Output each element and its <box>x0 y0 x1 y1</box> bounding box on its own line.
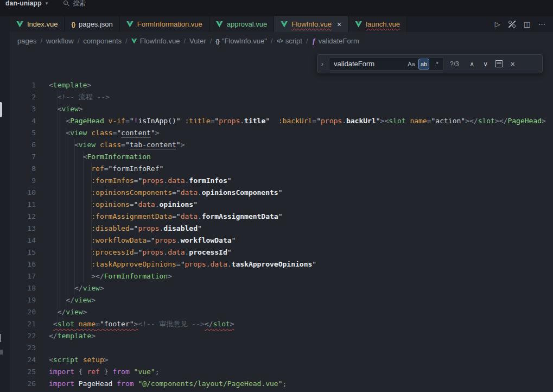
find-input[interactable]: validateForm Aa ab .* <box>329 58 444 71</box>
line-number: 16 <box>10 258 36 270</box>
left-sidebar-strip <box>0 16 10 392</box>
next-match-button[interactable]: ∨ <box>481 59 491 69</box>
tab-label: launch.vue <box>366 20 400 28</box>
breadcrumb-item-symbol-file[interactable]: {} "FlowInfo.vue" <box>215 37 267 45</box>
code-line[interactable]: 18 </view> <box>10 282 553 294</box>
code-line[interactable]: 20 </view> <box>10 306 553 318</box>
code-line[interactable]: 8 ref="formInfoRef" <box>10 163 553 175</box>
breadcrumb-label: pages <box>17 37 36 45</box>
code-line[interactable]: 5 <view class="content"> <box>10 127 553 139</box>
title-bar: dan-uniapp ▾ 搜索 <box>0 0 553 16</box>
code-symbol-icon: </> <box>276 38 282 44</box>
line-number: 14 <box>10 235 36 246</box>
method-symbol-icon: ƒ <box>312 37 316 45</box>
vue-file-icon <box>126 21 134 28</box>
code-line[interactable]: 12 :formAssignmentData="data.formAssignm… <box>10 211 553 223</box>
breadcrumb-item-file[interactable]: FlowInfo.vue <box>131 37 180 45</box>
code-line[interactable]: 17 ></FormInformation> <box>10 270 553 282</box>
global-search-button[interactable]: 搜索 <box>63 0 86 8</box>
code-line[interactable]: 7 <FormInformation <box>10 151 553 163</box>
breadcrumb-item-workflow[interactable]: workflow <box>46 37 74 45</box>
breadcrumb-label: FlowInfo.vue <box>140 37 180 45</box>
close-find-button[interactable]: × <box>508 59 518 69</box>
code-line[interactable]: 11 :opinions="data.opinions" <box>10 199 553 211</box>
project-menu-button[interactable]: dan-uniapp ▾ <box>2 0 51 7</box>
object-symbol-icon: {} <box>215 38 219 45</box>
code-line[interactable]: 25import { ref } from "vue"; <box>10 366 553 378</box>
json-file-icon: {} <box>71 21 75 28</box>
code-line[interactable]: 3 <view> <box>10 103 553 115</box>
editor-tab-bar: Index.vue {} pages.json FormInformation.… <box>10 16 553 32</box>
search-label: 搜索 <box>73 0 86 8</box>
whole-word-toggle[interactable]: ab <box>418 59 429 69</box>
edge-artifact <box>0 334 1 342</box>
code-line[interactable]: 24<script setup> <box>10 354 553 366</box>
line-number: 7 <box>10 151 36 163</box>
breadcrumb-label: script <box>285 37 302 45</box>
tab-approval-vue[interactable]: approval.vue <box>209 16 274 32</box>
regex-toggle[interactable]: .* <box>431 59 442 69</box>
code-line[interactable]: 13 :disabled="props.disabled" <box>10 223 553 235</box>
code-line[interactable]: 10 :opinionsComponents="data.opinionsCom… <box>10 187 553 199</box>
breadcrumb-item-validateform[interactable]: ƒ validateForm <box>312 37 359 45</box>
tab-launch-vue[interactable]: launch.vue <box>348 16 407 32</box>
more-actions-button[interactable]: ⋯ <box>538 21 545 28</box>
line-number: 9 <box>10 175 36 187</box>
find-widget: › validateForm Aa ab .* ?/3 ∧ ∨ × <box>317 54 543 73</box>
sidebar-drag-handle[interactable] <box>0 102 2 117</box>
line-number: 1 <box>10 79 36 91</box>
breadcrumb-item-pages[interactable]: pages <box>17 37 36 45</box>
line-number: 2 <box>10 91 36 103</box>
line-number: 8 <box>10 163 36 175</box>
code-line[interactable]: 21 <slot name="footer"><!-- 审批意见 --></sl… <box>10 318 553 330</box>
code-line[interactable]: 22</template> <box>10 330 553 342</box>
tab-bar-actions: ▷ ◫ ⋯ <box>487 16 553 32</box>
code-line[interactable]: 16 :taskApproveOpinions="props.data.task… <box>10 258 553 270</box>
tab-flowinfo-vue[interactable]: FlowInfo.vue × <box>274 16 348 32</box>
tab-forminformation-vue[interactable]: FormInformation.vue <box>120 16 209 32</box>
code-line[interactable]: 1<template> <box>10 79 553 91</box>
breadcrumb-item-script[interactable]: </> script <box>276 37 302 45</box>
tab-pages-json[interactable]: {} pages.json <box>65 16 119 32</box>
code-line[interactable]: 6 <view class="tab-content"> <box>10 139 553 151</box>
run-debug-icon[interactable] <box>508 21 516 28</box>
line-number: 10 <box>10 187 36 199</box>
code-editor[interactable]: 1<template>2 <!-- 流程 -->3 <view>4 <PageH… <box>10 50 553 392</box>
code-line[interactable]: 9 :formInfos="props.data.formInfos" <box>10 175 553 187</box>
breadcrumb-label: components <box>83 37 122 45</box>
code-area-lines: 1<template>2 <!-- 流程 -->3 <view>4 <PageH… <box>10 79 553 390</box>
code-line[interactable]: 15 :processId="props.data.processId" <box>10 246 553 258</box>
vue-file-icon <box>281 21 288 28</box>
vscode-window: dan-uniapp ▾ 搜索 Index.vue {} pages.json … <box>0 0 553 392</box>
line-number: 23 <box>10 342 36 354</box>
code-line[interactable]: 26import PageHead from "@/components/lay… <box>10 378 553 390</box>
match-case-toggle[interactable]: Aa <box>406 59 417 69</box>
code-line[interactable]: 23 <box>10 342 553 354</box>
code-line[interactable]: 2 <!-- 流程 --> <box>10 91 553 103</box>
breadcrumb-item-vuter[interactable]: Vuter <box>189 37 206 45</box>
line-number: 26 <box>10 378 36 390</box>
previous-match-button[interactable]: ∧ <box>467 59 477 69</box>
breadcrumb-separator: / <box>78 37 80 45</box>
line-number: 15 <box>10 246 36 258</box>
breadcrumb-label: workflow <box>46 37 74 45</box>
code-line[interactable]: 14 :workflowData="props.workflowData" <box>10 235 553 246</box>
breadcrumb-separator: / <box>210 37 212 45</box>
breadcrumb-item-components[interactable]: components <box>83 37 122 45</box>
toggle-replace-icon[interactable]: › <box>320 60 325 68</box>
find-in-selection-button[interactable] <box>494 59 504 69</box>
vue-file-icon <box>16 21 23 28</box>
tab-label: pages.json <box>79 20 113 28</box>
run-file-button[interactable]: ▷ <box>495 21 500 28</box>
tab-label: approval.vue <box>227 20 267 28</box>
line-number: 11 <box>10 199 36 211</box>
project-name: dan-uniapp <box>5 0 42 7</box>
split-editor-button[interactable]: ◫ <box>524 21 530 28</box>
close-icon[interactable]: × <box>337 21 341 28</box>
edge-artifact <box>0 350 3 355</box>
tab-index-vue[interactable]: Index.vue <box>10 16 65 32</box>
line-number: 20 <box>10 306 36 318</box>
code-line[interactable]: 4 <PageHead v-if="!isInApp()" :title="pr… <box>10 115 553 127</box>
code-line[interactable]: 19 </view> <box>10 294 553 306</box>
tab-label: Index.vue <box>27 20 58 28</box>
